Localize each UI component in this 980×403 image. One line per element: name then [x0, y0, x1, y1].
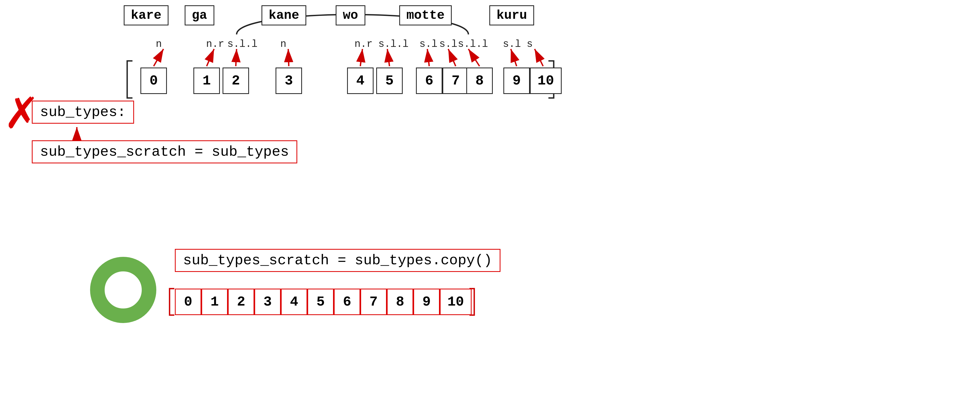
- svg-line-3: [154, 49, 164, 66]
- sublabel-sll-wo: s.l.l: [378, 38, 409, 50]
- svg-line-9: [427, 49, 429, 66]
- bottom-cell-0: 0: [175, 289, 201, 315]
- sublabel-sl-kuru: s.l: [503, 38, 521, 50]
- svg-line-4: [207, 49, 214, 66]
- scratch-assignment-box: sub_types_scratch = sub_types: [32, 140, 297, 163]
- word-kuru: kuru: [489, 5, 534, 25]
- bottom-cell-9: 9: [413, 289, 440, 315]
- top-cell-2: 2: [223, 68, 249, 94]
- top-cell-4: 4: [347, 68, 374, 94]
- svg-line-10: [448, 49, 456, 66]
- svg-line-12: [511, 49, 517, 66]
- arrows-layer: [0, 0, 980, 403]
- svg-line-13: [535, 49, 543, 66]
- word-ga: ga: [185, 5, 214, 25]
- main-scene: kare ga kane wo motte kuru n n.r s.l.l n…: [0, 0, 980, 403]
- sublabel-nr-ga: n.r: [206, 38, 224, 50]
- sublabel-n-kane: n: [280, 38, 286, 50]
- green-check-circle: [90, 257, 156, 323]
- sublabel-sll-motte: s.l.l: [458, 38, 488, 50]
- bottom-cell-6: 6: [334, 289, 360, 315]
- bottom-cell-3: 3: [255, 289, 281, 315]
- word-kane: kane: [261, 5, 306, 25]
- top-cell-9: 9: [503, 68, 530, 94]
- sublabel-n-kare: n: [156, 38, 162, 50]
- sublabel-nr-wo: n.r: [355, 38, 372, 50]
- svg-line-8: [387, 49, 390, 66]
- top-cell-1: 1: [193, 68, 220, 94]
- sublabel-sll-ga: s.l.l: [228, 38, 258, 50]
- sublabel-sl1-motte: s.l: [419, 38, 438, 50]
- top-cell-8: 8: [466, 68, 493, 94]
- bottom-cell-7: 7: [360, 289, 387, 315]
- bottom-cell-5: 5: [307, 289, 334, 315]
- top-cell-10: 10: [530, 68, 562, 94]
- bottom-cell-4: 4: [281, 289, 307, 315]
- word-motte: motte: [399, 5, 452, 25]
- top-cell-0: 0: [140, 68, 167, 94]
- sub-types-label-box: sub_types:: [32, 101, 134, 124]
- svg-line-7: [360, 49, 363, 66]
- svg-line-5: [236, 49, 237, 66]
- bottom-cell-1: 1: [201, 289, 228, 315]
- word-kare: kare: [124, 5, 169, 25]
- top-cell-3: 3: [275, 68, 302, 94]
- svg-line-11: [468, 49, 479, 66]
- top-cell-6: 6: [416, 68, 442, 94]
- bottom-cell-2: 2: [228, 289, 255, 315]
- word-wo: wo: [336, 5, 365, 25]
- top-cell-5: 5: [376, 68, 403, 94]
- svg-line-6: [288, 49, 289, 66]
- bottom-cell-10: 10: [440, 289, 472, 315]
- bottom-cell-8: 8: [387, 289, 413, 315]
- top-cell-7: 7: [442, 68, 469, 94]
- sublabel-sl2-motte: s.l: [439, 38, 457, 50]
- sublabel-s-kuru: s: [527, 38, 533, 50]
- bottom-left-bracket: [167, 286, 175, 318]
- copy-assignment-box: sub_types_scratch = sub_types.copy(): [175, 249, 501, 272]
